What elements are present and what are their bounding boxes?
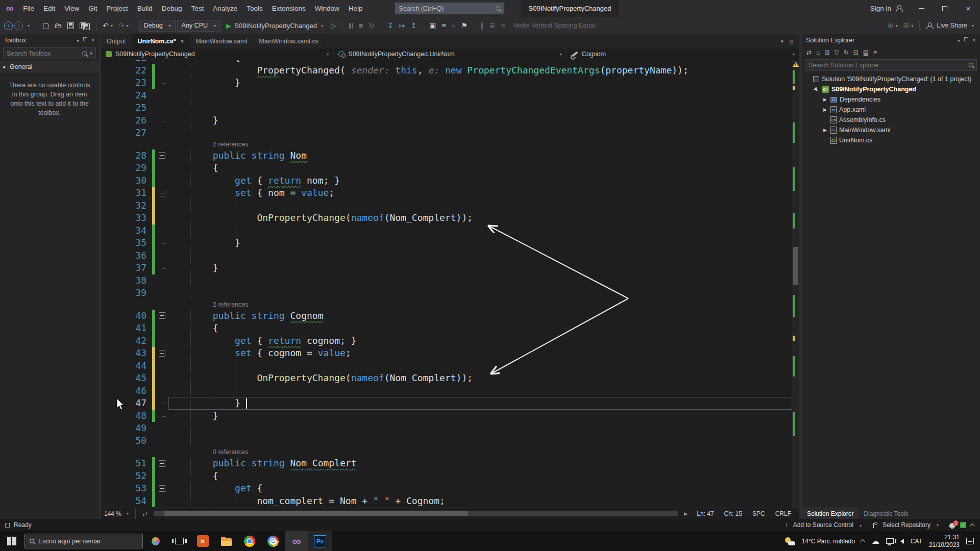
chevron-down-icon[interactable]: ▾	[781, 39, 783, 44]
menu-item-view[interactable]: View	[60, 5, 84, 12]
menu-item-extensions[interactable]: Extensions	[267, 5, 310, 12]
google-icon[interactable]	[261, 531, 285, 551]
code-line[interactable]: 34	[101, 224, 792, 237]
switch-views-icon[interactable]: ⊞	[824, 49, 829, 56]
break-all-icon[interactable]	[347, 19, 355, 32]
menu-item-edit[interactable]: Edit	[39, 5, 60, 12]
code-text[interactable]	[168, 422, 792, 435]
outlining-margin[interactable]	[155, 114, 168, 127]
document-outline-icon[interactable]: ≡	[439, 19, 448, 32]
code-text[interactable]	[168, 360, 792, 372]
find-in-files-icon[interactable]: ▣	[427, 19, 438, 32]
action-center-icon[interactable]	[966, 538, 974, 544]
show-all-files-icon[interactable]: ▤	[863, 49, 869, 56]
code-line[interactable]: 37 }	[101, 262, 792, 274]
step-into-icon[interactable]: ↧	[385, 19, 396, 32]
live-share-label[interactable]: Live Share	[937, 22, 967, 29]
code-line[interactable]: 29 {	[101, 162, 792, 174]
code-text[interactable]: PropertyChanged( sender: this, e: new Pr…	[168, 64, 792, 77]
code-text[interactable]: }	[168, 114, 792, 127]
breadcrumb-type[interactable]: S09INotifyPropertyChanged.UnirNom ▾	[334, 48, 567, 60]
code-line[interactable]: 43 set { cognom = value;	[101, 347, 792, 360]
outlining-margin[interactable]	[155, 199, 168, 212]
show-hidden-icons-chevron[interactable]	[860, 539, 865, 544]
bookmark-icon[interactable]: ⚑	[459, 19, 470, 32]
outlining-margin[interactable]	[155, 495, 168, 508]
cloud-icon[interactable]: ☁	[872, 537, 879, 546]
pending-changes-filter-icon[interactable]: ▽	[834, 49, 839, 56]
code-text[interactable]	[168, 274, 792, 287]
outlining-margin[interactable]	[155, 89, 168, 102]
outlining-margin[interactable]	[155, 274, 168, 287]
distribute-icon[interactable]: ≡	[499, 19, 507, 32]
code-text[interactable]: OnPropertyChange(nameof(Nom_Complert));	[168, 372, 792, 385]
solution-explorer-search-input[interactable]: Search Solution Explorer	[805, 59, 977, 71]
collapsed-arrow-icon[interactable]: ▶	[822, 128, 828, 133]
select-repository-button[interactable]: Select Repository	[883, 521, 930, 529]
tab-unirnom-cs-[interactable]: UnirNom.cs*×	[132, 34, 190, 48]
code-line[interactable]: 42 get { return cognom; }	[101, 335, 792, 347]
gear-icon[interactable]: ☼	[789, 38, 794, 45]
code-text[interactable]: OnPropertyChange(nameof(Nom_Complert));	[168, 212, 792, 224]
code-editor[interactable]: 21 {22 PropertyChanged( sender: this, e:…	[101, 60, 799, 508]
new-project-icon[interactable]: ▢	[40, 19, 51, 32]
outlining-margin[interactable]	[155, 335, 168, 347]
code-text[interactable]	[168, 435, 792, 447]
code-line[interactable]: 41 {	[101, 322, 792, 335]
chevron-down-icon[interactable]: ▾	[90, 51, 92, 56]
tree-item-unirnom-cs[interactable]: C#UnirNom.cs	[802, 135, 980, 145]
menu-item-git[interactable]: Git	[84, 5, 102, 12]
menu-item-project[interactable]: Project	[102, 5, 133, 12]
maximize-button[interactable]	[933, 0, 957, 17]
outlining-margin[interactable]	[155, 224, 168, 237]
code-text[interactable]: nom_complert = Nom + " " + Cognom;	[168, 495, 792, 508]
outlining-margin[interactable]	[155, 77, 168, 89]
code-line[interactable]: 33 OnPropertyChange(nameof(Nom_Complert)…	[101, 212, 792, 224]
align-left-icon[interactable]: ∥	[478, 19, 486, 32]
chevron-down-icon[interactable]: ▾	[958, 38, 960, 43]
outlining-margin[interactable]	[155, 310, 168, 322]
code-line[interactable]: 52 {	[101, 470, 792, 483]
feedback-check-icon[interactable]: ✓	[960, 522, 966, 528]
menu-item-test[interactable]: Test	[186, 5, 208, 12]
code-text[interactable]	[168, 127, 792, 139]
navigate-forward-icon[interactable]: ›	[14, 21, 23, 30]
properties-icon[interactable]: ≡	[873, 49, 877, 56]
split-view-icon[interactable]: ⇄	[142, 510, 148, 517]
scroll-right-icon[interactable]: ▶	[684, 511, 688, 516]
tree-item-app-xaml[interactable]: ▶<>App.xaml	[802, 105, 980, 115]
solution-configuration-dropdown[interactable]: Debug▾	[139, 20, 176, 32]
expanded-arrow-icon[interactable]: ▶	[813, 86, 820, 93]
tab-mainwindow-xaml-cs[interactable]: MainWindow.xaml.cs	[253, 34, 325, 48]
chevron-up-icon[interactable]: ▴	[860, 523, 862, 528]
collapsed-arrow-icon[interactable]: ▶	[822, 97, 828, 102]
code-line[interactable]: 39	[101, 287, 792, 299]
outlining-margin[interactable]	[155, 262, 168, 274]
code-line[interactable]: 23 }	[101, 77, 792, 89]
outlining-margin[interactable]	[155, 457, 168, 470]
collapse-all-icon[interactable]: ⊟	[853, 49, 859, 56]
collapse-box-icon[interactable]	[159, 190, 165, 196]
network-icon[interactable]	[886, 538, 894, 544]
outlining-margin[interactable]	[155, 187, 168, 199]
language-indicator[interactable]: CAT	[911, 538, 922, 545]
code-line[interactable]: 25	[101, 102, 792, 114]
code-line[interactable]: 24	[101, 89, 792, 102]
tab-diagnostic-tools[interactable]: Diagnostic Tools	[859, 508, 913, 519]
outlining-margin[interactable]	[155, 322, 168, 335]
save-all-icon[interactable]	[78, 19, 92, 32]
tab-output[interactable]: Output	[101, 34, 132, 48]
menu-item-file[interactable]: File	[18, 5, 39, 12]
outlining-margin[interactable]	[155, 237, 168, 249]
scrollbar-thumb[interactable]	[164, 511, 469, 516]
extra-tools-icon[interactable]: ⊕▾	[886, 19, 900, 32]
outlining-margin[interactable]	[155, 422, 168, 435]
visual-studio-taskbar-icon[interactable]: ∞	[285, 531, 308, 551]
code-line[interactable]: 40 public string Cognom	[101, 310, 792, 322]
tree-item-solution-s09inotifypropertychanged-1-of-1-project-[interactable]: Solution 'S09INotifyPropertyChanged' (1 …	[802, 74, 980, 84]
code-line[interactable]: 48 }	[101, 410, 792, 422]
code-line[interactable]: 28 public string Nom	[101, 149, 792, 162]
redo-icon[interactable]: ↷▾	[116, 19, 131, 32]
menu-item-window[interactable]: Window	[310, 5, 344, 12]
code-text[interactable]	[168, 385, 792, 397]
